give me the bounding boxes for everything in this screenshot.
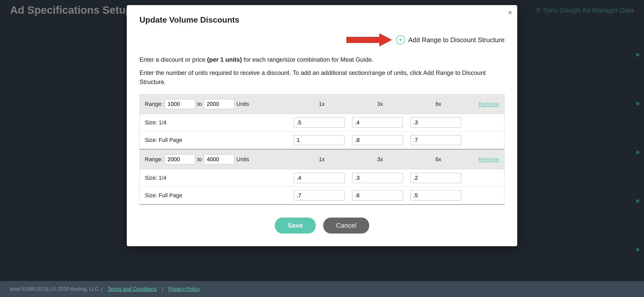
size-fullpage-1x-input-2[interactable] <box>294 190 345 201</box>
save-button[interactable]: Save <box>275 218 316 234</box>
range-to-2: to <box>197 156 202 163</box>
range-label-1: Range: to Units <box>145 99 241 109</box>
col-header-6x-1: 6x <box>410 101 466 107</box>
cancel-button[interactable]: Cancel <box>323 218 369 234</box>
add-range-plus-icon: + <box>396 35 405 44</box>
footer-info: prod 51680 [013] | © 2020 Aysling, LLC. … <box>10 286 103 292</box>
range-text: Range: <box>145 101 163 107</box>
size-fullpage-3x-input-1[interactable] <box>352 135 403 145</box>
col-header-1x-1: 1x <box>294 101 350 107</box>
size-input-wrapper <box>294 135 350 145</box>
terms-link[interactable]: Terms and Conditions <box>108 286 157 292</box>
range-section-2: Range: to Units 1x 3x 6x Remove Size: 1/… <box>139 150 505 204</box>
svg-marker-0 <box>346 33 392 46</box>
range-to-input-2[interactable] <box>204 154 234 164</box>
modal: × Update Volume Discounts + Add Range to… <box>127 5 517 246</box>
col-header-1x-2: 1x <box>294 156 350 163</box>
size-1-quarter-6x-input[interactable] <box>410 118 461 128</box>
description-2: Enter the number of units required to re… <box>139 68 505 87</box>
range-to-1: to <box>197 101 202 107</box>
size-input-wrapper <box>352 190 408 201</box>
range-label-2: Range: to Units <box>145 154 241 164</box>
size-2-quarter-1x-input[interactable] <box>294 173 345 183</box>
size-1-quarter-1x-input[interactable] <box>294 118 345 128</box>
remove-button-1[interactable]: Remove <box>469 101 499 107</box>
privacy-link[interactable]: Privacy Policy <box>168 286 200 292</box>
size-row-1-fullpage: Size: Full Page <box>140 131 504 149</box>
size-2-quarter-3x-input[interactable] <box>352 173 403 183</box>
modal-overlay: × Update Volume Discounts + Add Range to… <box>0 0 644 297</box>
app-footer: prod 51680 [013] | © 2020 Aysling, LLC. … <box>0 281 644 297</box>
size-fullpage-3x-input-2[interactable] <box>352 190 403 201</box>
size-input-wrapper <box>410 135 466 145</box>
description-1: Enter a discount or price (per 1 units) … <box>139 55 505 64</box>
range-to-input-1[interactable] <box>204 99 234 109</box>
discount-sections: Range: to Units 1x 3x 6x Remove Size: 1/… <box>139 94 505 205</box>
size-label-1-quarter: Size: 1/4 <box>145 119 241 126</box>
size-input-wrapper <box>294 173 350 183</box>
size-input-wrapper <box>294 118 350 128</box>
add-range-row: + Add Range to Discount Structure <box>139 32 505 47</box>
size-fullpage-6x-input-1[interactable] <box>410 135 461 145</box>
size-input-wrapper <box>352 118 408 128</box>
range-header-1: Range: to Units 1x 3x 6x Remove <box>140 94 504 114</box>
range-units-1: Units <box>236 101 249 107</box>
remove-button-2[interactable]: Remove <box>469 156 499 163</box>
size-input-wrapper <box>294 190 350 201</box>
size-label-2-quarter: Size: 1/4 <box>145 175 241 181</box>
range-from-input-2[interactable] <box>165 154 195 164</box>
size-label-2-fullpage: Size: Full Page <box>145 192 241 199</box>
size-row-1-quarter: Size: 1/4 <box>140 114 504 131</box>
size-input-wrapper <box>352 135 408 145</box>
arrow-container: + Add Range to Discount Structure <box>346 32 505 47</box>
footer-separator: | <box>162 286 163 292</box>
size-input-wrapper <box>352 173 408 183</box>
size-input-wrapper <box>410 190 466 201</box>
range-section-1: Range: to Units 1x 3x 6x Remove Size: 1/… <box>139 94 505 149</box>
size-row-2-fullpage: Size: Full Page <box>140 187 504 204</box>
size-label-1-fullpage: Size: Full Page <box>145 137 241 143</box>
bottom-divider <box>139 204 505 205</box>
size-1-quarter-3x-input[interactable] <box>352 118 403 128</box>
col-header-3x-1: 3x <box>352 101 408 107</box>
range-header-2: Range: to Units 1x 3x 6x Remove <box>140 150 504 169</box>
add-range-button[interactable]: + Add Range to Discount Structure <box>396 35 505 44</box>
col-header-6x-2: 6x <box>410 156 466 163</box>
size-2-quarter-6x-input[interactable] <box>410 173 461 183</box>
size-fullpage-6x-input-2[interactable] <box>410 190 461 201</box>
col-header-3x-2: 3x <box>352 156 408 163</box>
range-text-2: Range: <box>145 156 163 163</box>
size-input-wrapper <box>410 118 466 128</box>
modal-title: Update Volume Discounts <box>139 15 505 25</box>
size-row-2-quarter: Size: 1/4 <box>140 169 504 187</box>
size-fullpage-1x-input-1[interactable] <box>294 135 345 145</box>
red-arrow-icon <box>346 32 392 47</box>
range-from-input-1[interactable] <box>165 99 195 109</box>
close-button[interactable]: × <box>508 9 512 16</box>
size-input-wrapper <box>410 173 466 183</box>
button-row: Save Cancel <box>139 218 505 234</box>
description-bold: (per 1 units) <box>207 56 242 63</box>
add-range-label: Add Range to Discount Structure <box>408 36 505 44</box>
range-units-2: Units <box>236 156 249 163</box>
